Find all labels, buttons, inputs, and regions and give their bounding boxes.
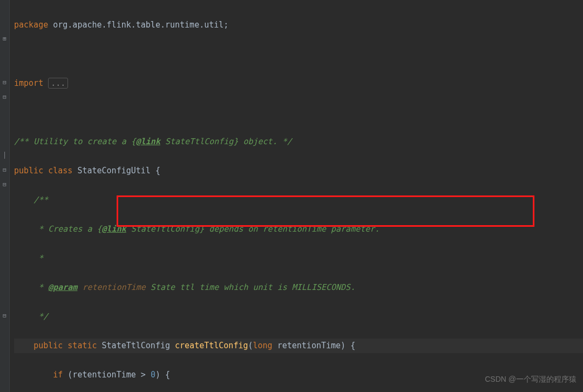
javadoc: *	[33, 282, 43, 292]
keyword: public	[14, 166, 43, 175]
javadoc-text: } depends on retentionTime parameter.	[199, 224, 379, 234]
code-line: */	[14, 309, 583, 324]
code-editor[interactable]: package org.apache.flink.table.runtime.u…	[0, 0, 583, 392]
javadoc-text: } object. */	[233, 137, 292, 146]
javadoc-text: State ttl time which unit is MILLISECOND…	[146, 282, 355, 292]
brace: {	[155, 166, 160, 175]
keyword: if	[53, 370, 63, 380]
javadoc-tag: @link	[136, 137, 160, 146]
javadoc-param: retentionTime	[77, 282, 145, 292]
code-line: * Creates a {@link StateTtlConfig} depen…	[14, 222, 583, 236]
javadoc-ref: StateTtlConfig	[160, 137, 233, 146]
code-line: *	[14, 251, 583, 266]
javadoc: /**	[14, 137, 33, 146]
watermark-text: CSDN @一个写湿的程序猿	[485, 372, 577, 387]
keyword: package	[14, 20, 48, 30]
javadoc: *	[33, 253, 43, 263]
javadoc-tag: @param	[48, 282, 77, 292]
javadoc: /**	[33, 195, 48, 205]
code-line	[14, 47, 583, 62]
code-line: public class StateConfigUtil {	[14, 164, 583, 178]
code-line: /**	[14, 193, 583, 207]
condition-close: ) {	[155, 370, 170, 380]
type: StateTtlConfig	[102, 341, 170, 350]
brace: {	[350, 341, 355, 350]
javadoc-text: Utility to create a {	[33, 137, 136, 146]
keyword: static	[67, 341, 97, 350]
javadoc-text: Creates a {	[43, 224, 101, 234]
javadoc: *	[33, 224, 43, 234]
keyword: public	[33, 341, 63, 350]
keyword: import	[14, 78, 43, 88]
javadoc-ref: StateTtlConfig	[126, 224, 199, 234]
keyword: long	[253, 341, 273, 350]
param-name: retentionTime	[277, 341, 341, 350]
code-line	[14, 105, 583, 120]
code-line: /** Utility to create a {@link StateTtlC…	[14, 134, 583, 149]
package-name: org.apache.flink.table.runtime.util;	[48, 20, 228, 30]
javadoc-tag: @link	[102, 224, 126, 234]
class-name: StateConfigUtil	[77, 166, 150, 175]
condition: (retentionTime >	[67, 370, 151, 380]
number-literal: 0	[151, 370, 155, 380]
code-line: public static StateTtlConfig createTtlCo…	[14, 339, 583, 353]
folded-code-region[interactable]: ...	[48, 78, 68, 89]
code-line: * @param retentionTime State ttl time wh…	[14, 280, 583, 295]
keyword: class	[48, 166, 72, 175]
code-line: import ...	[14, 76, 583, 91]
code-line: package org.apache.flink.table.runtime.u…	[14, 18, 583, 32]
javadoc: */	[33, 312, 48, 321]
method-name: createTtlConfig	[175, 341, 248, 350]
